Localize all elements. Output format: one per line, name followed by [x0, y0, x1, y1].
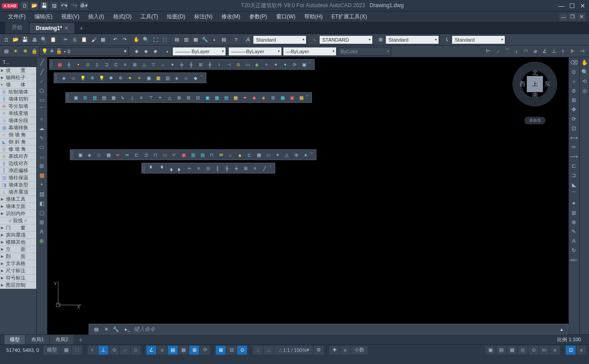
ft3-icon[interactable]: ▣ — [203, 93, 212, 102]
tool-save-icon[interactable]: 💾 — [21, 35, 30, 44]
revcloud-icon[interactable]: ☁ — [37, 124, 47, 133]
panel-item[interactable]: ▶楼梯其他 — [0, 239, 36, 246]
ft4-icon[interactable]: ▣ — [76, 151, 85, 159]
panel-item[interactable]: ▶轴网柱子 — [0, 74, 36, 81]
dim-edit-icon[interactable]: ✎ — [569, 227, 579, 236]
linetype-select[interactable]: ——— ByLayer — [172, 47, 226, 56]
region-icon[interactable]: ▢ — [37, 208, 47, 217]
status-annv-icon[interactable]: ⛬ — [264, 346, 273, 355]
panel-item[interactable]: ╫边线对齐 — [0, 160, 36, 167]
dim-dia-icon[interactable]: ⌀ — [531, 47, 540, 56]
ft2-icon[interactable]: ✱ — [107, 74, 115, 82]
ft4-icon[interactable]: ⊕ — [292, 151, 301, 159]
color-select[interactable]: ByColor — [337, 47, 391, 56]
dim-update-icon[interactable]: ↻ — [569, 246, 579, 255]
menu-edit[interactable]: 编辑(E) — [30, 12, 57, 22]
status-sc-icon[interactable]: ⊞ — [189, 346, 199, 355]
ft4-icon[interactable]: ⊏ — [245, 151, 254, 159]
ft1-icon[interactable]: ⊐ — [102, 60, 111, 68]
toolbar-grip[interactable] — [67, 93, 69, 102]
erase-icon[interactable]: ⌫ — [569, 58, 579, 67]
tab-layout2[interactable]: 布局2 — [50, 335, 73, 344]
ft4-icon[interactable]: ▤ — [198, 151, 207, 159]
panel-item[interactable]: ┼修 墙 角 — [0, 146, 36, 153]
ft4-icon[interactable]: ▭ — [160, 151, 169, 159]
status-clean-icon[interactable]: ▭ — [539, 346, 549, 355]
ft1-icon[interactable]: ▽ — [149, 60, 158, 68]
status-ortho-icon[interactable]: ⊥ — [98, 346, 108, 355]
tool-pan-icon[interactable]: ✋ — [132, 35, 141, 44]
join-icon[interactable]: ⊐ — [569, 171, 579, 180]
redo-icon[interactable]: ↷▾ — [70, 2, 78, 10]
pline-icon[interactable]: ⟋ — [37, 77, 47, 86]
tool-match-icon[interactable]: 🖌 — [89, 35, 98, 44]
panel-item[interactable]: ▶剖 面 — [0, 253, 36, 260]
close-button[interactable]: ✕ — [578, 2, 587, 10]
panel-item[interactable]: ▦幕墙转换 — [0, 124, 36, 131]
ft4-icon[interactable]: ▣ — [179, 151, 188, 159]
menu-modify[interactable]: 修改(M) — [217, 12, 245, 22]
ft3-icon[interactable]: ▣ — [287, 93, 296, 102]
ft5-icon[interactable]: ╱ — [260, 164, 269, 172]
panel-item[interactable]: ○ 双线 ○ — [0, 217, 36, 224]
tool-publish-icon[interactable]: 📋 — [49, 35, 58, 44]
status-osnap-icon[interactable]: ◇ — [131, 346, 141, 355]
save-icon[interactable]: 💾 — [40, 2, 48, 10]
status-lwt-icon[interactable]: ≡ — [157, 346, 167, 355]
menu-insert[interactable]: 插入(I) — [84, 12, 108, 22]
dim-center-icon[interactable]: ⊕ — [569, 218, 579, 227]
ft5-icon[interactable]: ║ — [213, 164, 222, 172]
status-iso2-icon[interactable]: ⊙ — [529, 346, 538, 355]
tool-undo2-icon[interactable]: ↶ — [111, 35, 120, 44]
ft2-icon[interactable]: ▦ — [154, 74, 162, 82]
ft5-icon[interactable]: ═ — [185, 164, 194, 172]
menu-et[interactable]: ET扩展工具(X) — [327, 12, 371, 22]
status-polar-icon[interactable]: ⊙ — [109, 346, 119, 355]
dim-linear-icon[interactable]: ⊢ — [484, 47, 493, 56]
dim-style-icon[interactable]: ⟍ — [310, 35, 319, 44]
ft2-icon[interactable]: ▣ — [144, 74, 153, 82]
hatch-icon[interactable]: ▨ — [37, 190, 47, 199]
lineweight-select[interactable]: ——— ByLayer — [228, 47, 282, 56]
float-close-icon[interactable]: × — [201, 74, 205, 78]
cmd-config-icon[interactable]: 🔧 — [111, 325, 120, 334]
maximize-button[interactable]: ☐ — [568, 2, 576, 10]
ft3-icon[interactable]: ↳ — [118, 93, 127, 102]
tool-preview-icon[interactable]: 🔍 — [39, 35, 48, 44]
ft5-icon[interactable]: ⊞ — [241, 164, 250, 172]
t20-panel-title[interactable]: T... — [0, 57, 36, 67]
ft4-icon[interactable]: •• — [123, 151, 132, 159]
toolbar-grip[interactable] — [55, 74, 58, 82]
table-style-icon[interactable]: ⊞ — [376, 35, 385, 44]
xline-icon[interactable]: ╱ — [37, 68, 47, 76]
float-toolbar-4[interactable]: ▣◈◇▦••••⊏⊐⊓▭㎡▣▥▤⊓✉⌂▲⊏▦▭✦△⊕● × — [70, 149, 316, 160]
cmd-history-icon[interactable]: ▤ — [92, 325, 101, 334]
drawing-canvas[interactable]: ▦╫•⊙▯⊐⊏≡⊠△▽⌂✦╪╫⊞╫⊦⊣⊙▭◈✧✦✦⟳▣ × ◈◇💡❄💡✱✲✦✦▣… — [47, 57, 568, 334]
ft3-icon[interactable]: ⊞ — [269, 93, 277, 102]
panel-item[interactable]: ╫墙体切割 — [0, 96, 36, 103]
layer-freeze-icon[interactable]: ❄ — [21, 47, 30, 56]
dim-style-icon[interactable]: ABC — [569, 255, 579, 264]
gradient-icon[interactable]: ◧ — [37, 199, 47, 208]
toolbar-grip[interactable] — [143, 164, 145, 172]
ft3-icon[interactable]: ▥ — [90, 93, 99, 102]
ft3-icon[interactable]: △ — [165, 93, 174, 102]
break-icon[interactable]: ⊏ — [569, 161, 579, 170]
ft5-icon[interactable]: ▘ — [147, 164, 156, 172]
command-input[interactable]: 键入命令 — [132, 326, 557, 333]
menu-dim[interactable]: 标注(N) — [190, 12, 217, 22]
dim-cont-icon[interactable]: ⊦ — [559, 47, 568, 56]
command-line[interactable]: ▤ ✕ 🔧 ▸_ 键入命令 ▴ — [89, 324, 568, 334]
ft2-icon[interactable]: ✲ — [116, 74, 125, 82]
dim-break-icon[interactable]: ⊣ — [578, 47, 587, 56]
ft2-icon[interactable]: ◇ — [69, 74, 78, 82]
scale-icon[interactable]: ⊡ — [569, 124, 579, 133]
nav-zoom-icon[interactable]: 🔍 — [580, 68, 589, 76]
dim-tol-icon[interactable]: ⊞ — [569, 208, 579, 217]
float-toolbar-2[interactable]: ◈◇💡❄💡✱✲✦✦▣▦▥◈◇◆ × — [54, 72, 206, 83]
ft1-icon[interactable]: ✦ — [271, 60, 280, 68]
stretch-icon[interactable]: ⟷ — [569, 133, 579, 142]
tool-redo2-icon[interactable]: ↷ — [120, 35, 129, 44]
ft1-icon[interactable]: ▯ — [93, 60, 102, 68]
ft5-icon[interactable]: ≡ — [194, 164, 203, 172]
